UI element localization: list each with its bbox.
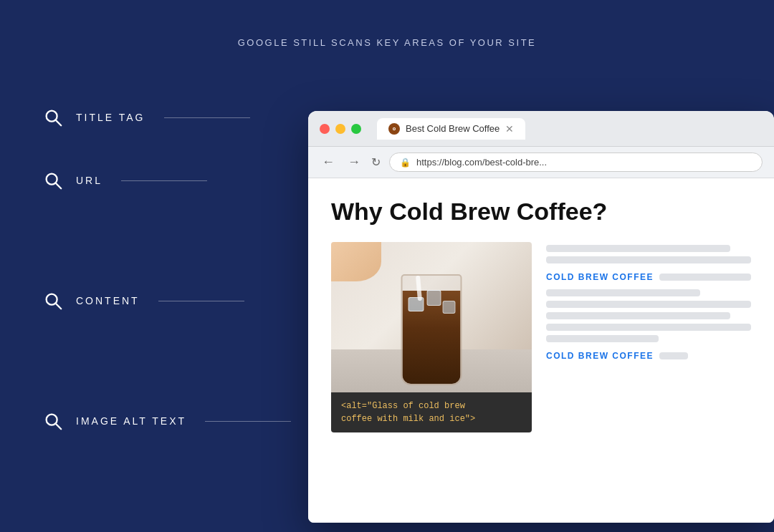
- search-icon-url: [43, 170, 63, 190]
- keyword-highlight-2: COLD BREW COFFEE: [546, 351, 751, 361]
- content-row: <alt="Glass of cold brew coffee with mil…: [331, 242, 751, 435]
- page-heading: Why Cold Brew Coffee?: [331, 198, 751, 225]
- content-line: [158, 301, 244, 301]
- address-bar[interactable]: 🔒 https://blog.com/best-cold-bre...: [389, 153, 763, 172]
- content-label: CONTENT: [76, 295, 140, 306]
- svg-point-10: [393, 128, 395, 130]
- left-item-content: CONTENT: [43, 291, 291, 311]
- alt-text-line1: <alt="Glass of cold brew: [341, 400, 522, 412]
- image-alt-line: [205, 421, 291, 422]
- svg-line-7: [56, 424, 61, 429]
- keyword-highlight-1: COLD BREW COFFEE: [546, 272, 751, 282]
- svg-line-1: [56, 120, 61, 125]
- title-tag-label: TITLE TAG: [76, 112, 145, 123]
- address-text: https://blog.com/best-cold-bre...: [416, 157, 547, 168]
- right-sidebar-content: COLD BREW COFFEE COLD BREW COFFEE: [546, 242, 751, 364]
- keyword-text-2: COLD BREW COFFEE: [546, 351, 654, 361]
- page-headline: GOOGLE STILL SCANS KEY AREAS OF YOUR SIT…: [0, 0, 774, 48]
- sidebar-line: [546, 312, 730, 319]
- search-icon-content: [43, 291, 63, 311]
- coffee-image: <alt="Glass of cold brew coffee with mil…: [331, 242, 532, 435]
- sidebar-line: [546, 324, 751, 331]
- keyword-text-1: COLD BREW COFFEE: [546, 272, 654, 282]
- browser-content: Why Cold Brew Coffee?: [308, 178, 774, 523]
- browser-titlebar: Best Cold Brew Coffee ✕: [308, 111, 774, 147]
- title-tag-line: [164, 117, 250, 118]
- url-line: [121, 180, 207, 181]
- browser-addressbar: ← → ↻ 🔒 https://blog.com/best-cold-bre..…: [308, 147, 774, 178]
- left-item-image-alt: IMAGE ALT TEXT: [43, 411, 291, 431]
- back-button[interactable]: ←: [320, 155, 337, 170]
- svg-line-3: [56, 183, 61, 188]
- sidebar-line: [546, 335, 659, 342]
- left-item-title-tag: TITLE TAG: [43, 107, 291, 127]
- keyword-line: [659, 274, 751, 281]
- lock-icon: 🔒: [400, 158, 411, 168]
- search-icon-image-alt: [43, 411, 63, 431]
- sidebar-line: [546, 289, 700, 296]
- browser-tab[interactable]: Best Cold Brew Coffee ✕: [377, 118, 525, 140]
- tab-favicon: [388, 123, 400, 135]
- tab-close-button[interactable]: ✕: [505, 123, 514, 135]
- svg-line-5: [56, 304, 61, 309]
- alt-text-line2: coffee with milk and ice">: [341, 412, 522, 425]
- search-icon-title-tag: [43, 107, 63, 127]
- left-item-url: URL: [43, 170, 291, 190]
- left-panel: TITLE TAG URL CONTENT IMAGE ALT TEXT: [43, 107, 291, 431]
- browser-window: Best Cold Brew Coffee ✕ ← → ↻ 🔒 https://…: [308, 111, 774, 523]
- tab-bar: Best Cold Brew Coffee ✕: [377, 118, 763, 140]
- tab-title: Best Cold Brew Coffee: [406, 123, 500, 134]
- url-label: URL: [76, 175, 102, 186]
- alt-text-overlay: <alt="Glass of cold brew coffee with mil…: [331, 392, 532, 432]
- traffic-light-red[interactable]: [320, 124, 330, 134]
- traffic-light-green[interactable]: [351, 124, 361, 134]
- forward-button[interactable]: →: [345, 155, 363, 170]
- keyword-line-2: [659, 352, 688, 359]
- sidebar-line: [546, 256, 751, 263]
- sidebar-line: [546, 245, 730, 252]
- image-alt-label: IMAGE ALT TEXT: [76, 415, 186, 427]
- sidebar-line: [546, 301, 751, 308]
- reload-button[interactable]: ↻: [371, 155, 381, 169]
- traffic-light-yellow[interactable]: [335, 124, 345, 134]
